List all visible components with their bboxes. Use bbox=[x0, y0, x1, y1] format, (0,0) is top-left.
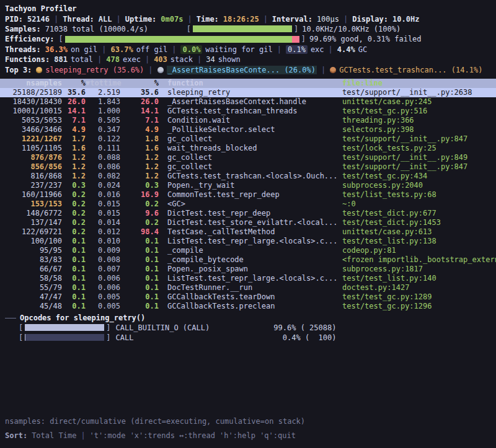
divider bbox=[112, 15, 125, 24]
function-cell: gc_collect bbox=[159, 153, 339, 162]
pct-direct-cell: 0.2 bbox=[62, 218, 86, 227]
table-row-selected[interactable]: 25188/2518935.62.51935.6sleeping_retryte… bbox=[0, 88, 496, 97]
functions-shown-value: 34 bbox=[206, 55, 215, 64]
gold-medal-icon bbox=[36, 67, 42, 73]
table-header: nsamples % ▼tottime % function file:line bbox=[0, 79, 496, 88]
nsamples-cell: 1105/1105 bbox=[0, 144, 62, 153]
pct-cumulative-cell: 0.2 bbox=[120, 200, 159, 209]
table-row[interactable]: 3466/34664.90.3474.9_PollLikeSelector.se… bbox=[0, 125, 496, 134]
nsamples-cell: 25188/25189 bbox=[0, 88, 62, 97]
thread-value[interactable]: ALL bbox=[99, 15, 112, 24]
nsamples-cell: 160/11966 bbox=[0, 190, 62, 200]
pct-direct-cell: 0.1 bbox=[62, 302, 86, 311]
table-row[interactable]: 148/67720.20.0159.6DictTest.test_repr_de… bbox=[0, 209, 496, 218]
table-row[interactable]: 45/480.10.0050.1GCCallbackTests.preclean… bbox=[0, 302, 496, 311]
functions-exec-value: 478 bbox=[106, 55, 120, 64]
table-row[interactable]: 55/790.10.0060.1DocTestRunner.__rundocte… bbox=[0, 283, 496, 292]
tottime-cell: 0.347 bbox=[86, 125, 120, 134]
table-row[interactable]: 47/470.10.0050.1GCCallbackTests.tearDown… bbox=[0, 292, 496, 302]
pid-label: PID: bbox=[5, 15, 23, 24]
table-row[interactable]: 856/8561.20.0861.2gc_collecttest/support… bbox=[0, 162, 496, 172]
interval-value: 100μs bbox=[317, 15, 339, 24]
table-row[interactable]: 1105/11051.60.1111.6wait_threads_blocked… bbox=[0, 144, 496, 153]
top3-item-2[interactable]: _AssertRaisesBaseConte... (26.0%) bbox=[157, 66, 317, 74]
functions-stack-value: 403 bbox=[154, 55, 167, 64]
display-label: Display: bbox=[352, 15, 388, 24]
pct-direct-cell: 0.2 bbox=[62, 209, 86, 218]
table-row[interactable]: 18430/1843026.01.84326.0_AssertRaisesBas… bbox=[0, 97, 496, 107]
function-cell: Popen._posix_spawn bbox=[159, 265, 339, 274]
top3-item-1[interactable]: sleeping_retry (35.6%) bbox=[36, 66, 144, 74]
pct-direct-cell: 7.1 bbox=[62, 116, 86, 125]
file-line-cell: subprocess.py:1817 bbox=[339, 265, 496, 274]
pct-direct-cell: 0.3 bbox=[62, 181, 86, 190]
column-header-file-line[interactable]: file:line bbox=[339, 79, 496, 88]
tottime-cell: 0.012 bbox=[86, 227, 120, 237]
functions-stack-label: stack bbox=[170, 55, 193, 64]
table-row[interactable]: 5053/50537.10.5057.1Condition.waitthread… bbox=[0, 116, 496, 125]
uptime-value: 0m07s bbox=[161, 15, 183, 24]
table-row[interactable]: 66/670.10.0070.1Popen._posix_spawnsubpro… bbox=[0, 265, 496, 274]
nsamples-cell: 47/47 bbox=[0, 292, 62, 302]
table-row[interactable]: 816/8681.20.0821.2GCTests.test_trashcan.… bbox=[0, 172, 496, 181]
nsamples-cell: 45/48 bbox=[0, 302, 62, 311]
app-title: Tachyon Profiler bbox=[0, 4, 496, 14]
table-body: 25188/2518935.62.51935.6sleeping_retryte… bbox=[0, 88, 496, 311]
table-row[interactable]: 58/580.10.0060.1ListTest.test_repr_large… bbox=[0, 274, 496, 283]
table-row[interactable]: 160/119660.20.01616.9CommonTest.test_rep… bbox=[0, 190, 496, 200]
table-row[interactable]: 1221/12671.70.1221.8gc_collecttest/suppo… bbox=[0, 134, 496, 144]
divider bbox=[97, 45, 110, 54]
function-cell: GCCallbackTests.preclean bbox=[159, 302, 339, 311]
file-line-cell: <frozen importlib._bootstrap_externa bbox=[339, 255, 496, 265]
function-cell: sleeping_retry bbox=[159, 88, 339, 97]
nsamples-cell: 3466/3466 bbox=[0, 125, 62, 134]
nsamples-cell: 1221/1267 bbox=[0, 134, 62, 144]
opcode-row: CALL_BUILTIN_O (CALL)99.6% ( 25088) bbox=[0, 323, 496, 333]
tottime-cell: 0.008 bbox=[86, 255, 120, 265]
display-value: 10.0Hz bbox=[392, 15, 419, 24]
tottime-cell: 0.006 bbox=[86, 283, 120, 292]
table-row[interactable]: 83/830.10.0080.1_compile_bytecode<frozen… bbox=[0, 255, 496, 265]
tottime-cell: 1.843 bbox=[86, 97, 120, 107]
top3-item-3[interactable]: GCTests.test_trashcan... (14.1%) bbox=[330, 66, 482, 74]
table-row[interactable]: 100/1000.10.0100.1ListTest.test_repr_lar… bbox=[0, 237, 496, 246]
function-cell: _compile_bytecode bbox=[159, 255, 339, 265]
table-row[interactable]: 95/950.10.0090.1_compilecodeop.py:81 bbox=[0, 246, 496, 255]
column-header-pct-cumulative[interactable]: % bbox=[120, 79, 159, 88]
pct-cumulative-cell: 0.1 bbox=[120, 246, 159, 255]
column-header-pct-direct[interactable]: % bbox=[62, 79, 86, 88]
tottime-cell: 0.082 bbox=[86, 172, 120, 181]
table-row[interactable]: 876/8761.20.0881.2gc_collecttest/support… bbox=[0, 153, 496, 162]
divider bbox=[141, 55, 154, 64]
nsamples-cell: 95/95 bbox=[0, 246, 62, 255]
table-row[interactable]: 10001/1001514.11.00014.1GCTests.test_tra… bbox=[0, 107, 496, 116]
table-row[interactable]: 237/2370.30.0240.3Popen._try_waitsubproc… bbox=[0, 181, 496, 190]
opcode-stat: 99.6% ( 25088) bbox=[264, 323, 336, 332]
function-cell: gc_collect bbox=[159, 134, 339, 144]
function-cell: GCTests.test_trashcan_threads bbox=[159, 107, 339, 116]
samples-rate: 10.0KHz/10.0KHz (100%) bbox=[302, 25, 401, 33]
tottime-cell: 1.000 bbox=[86, 107, 120, 116]
pct-cumulative-cell: 16.9 bbox=[120, 190, 159, 200]
function-cell: DocTestRunner.__run bbox=[159, 283, 339, 292]
column-header-function[interactable]: function bbox=[159, 79, 339, 88]
nsamples-cell: 5053/5053 bbox=[0, 116, 62, 125]
column-header-nsamples[interactable]: nsamples bbox=[0, 79, 62, 88]
opcode-name: CALL bbox=[115, 333, 264, 342]
table-row[interactable]: 122/697210.20.01298.4TestCase._callTestM… bbox=[0, 227, 496, 237]
pct-cumulative-cell: 0.1 bbox=[120, 237, 159, 246]
top3-line: Top 3: sleeping_retry (35.6%) _AssertRai… bbox=[0, 64, 496, 74]
table-row[interactable]: 153/1530.20.0150.2<GC>~:0 bbox=[0, 200, 496, 209]
column-header-tottime-sorted[interactable]: ▼tottime bbox=[86, 79, 120, 88]
file-line-cell: test/test_gc.py:1296 bbox=[339, 302, 496, 311]
pct-cumulative-cell: 0.1 bbox=[120, 292, 159, 302]
pct-cumulative-cell: 9.6 bbox=[120, 209, 159, 218]
tottime-cell: 0.111 bbox=[86, 144, 120, 153]
function-cell: Popen._try_wait bbox=[159, 181, 339, 190]
pct-cumulative-cell: 0.3 bbox=[120, 181, 159, 190]
off-gil-label: off gil bbox=[136, 45, 168, 54]
pct-cumulative-cell: 0.1 bbox=[120, 302, 159, 311]
time-label: Time: bbox=[197, 15, 219, 24]
pct-direct-cell: 0.1 bbox=[62, 292, 86, 302]
table-row[interactable]: 137/1470.20.0140.2DictTest.test_store_ev… bbox=[0, 218, 496, 227]
